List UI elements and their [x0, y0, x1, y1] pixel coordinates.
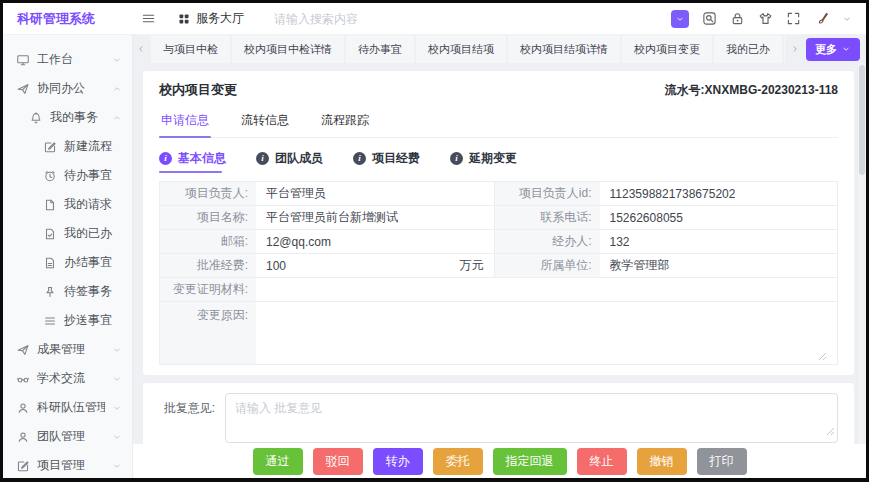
sidebar-item-achievement-mgmt[interactable]: 成果管理 [3, 335, 132, 364]
chevron-up-icon [112, 84, 122, 94]
field-reason-textarea[interactable] [256, 302, 837, 364]
field-agent-value: 132 [600, 230, 838, 253]
chevron-up-icon [112, 113, 122, 123]
field-phone-label: 联系电话: [494, 206, 600, 229]
chevron-down-icon[interactable] [842, 14, 852, 24]
sidebar-item-research-team-mgmt[interactable]: 科研队伍管理 [3, 393, 132, 422]
top-header: 科研管理系统 服务大厅 [3, 3, 866, 35]
reject-button[interactable]: 驳回 [313, 448, 363, 475]
user-icon [16, 401, 30, 415]
chevron-down-icon [112, 374, 122, 384]
shirt-icon[interactable] [758, 11, 773, 26]
action-button-bar: 通过 驳回 转办 委托 指定回退 终止 撤销 打印 [133, 444, 866, 478]
approve-button[interactable]: 通过 [253, 448, 303, 475]
transfer-button[interactable]: 转办 [373, 448, 423, 475]
page-title: 校内项目变更 [159, 81, 237, 99]
hamburger-menu-icon[interactable] [141, 11, 156, 26]
sidebar-item-todo[interactable]: 待办事宜 [3, 161, 132, 190]
approval-opinion-textarea[interactable] [225, 393, 838, 443]
field-department-label: 所属单位: [494, 254, 600, 277]
glasses-icon [16, 372, 30, 386]
tab-item[interactable]: 待办事宜 [346, 35, 414, 63]
edit-icon [43, 140, 57, 154]
rollback-button[interactable]: 指定回退 [493, 448, 567, 475]
field-budget-value: 100万元 [256, 254, 494, 277]
field-evidence-value[interactable] [256, 278, 837, 301]
tabs-scroll-right-icon[interactable] [787, 44, 803, 54]
document-check-icon [43, 227, 57, 241]
scrollbar-thumb[interactable] [859, 65, 865, 175]
sidebar-item-cc[interactable]: 抄送事宜 [3, 306, 132, 335]
tab-item[interactable]: 校内项目结项 [416, 35, 506, 63]
service-hall-label: 服务大厅 [196, 10, 244, 27]
tabs-scroll-left-icon[interactable] [133, 35, 149, 63]
sidebar-item-completed[interactable]: 办结事宜 [3, 248, 132, 277]
edit-icon [16, 459, 30, 473]
tab-application-info[interactable]: 申请信息 [159, 109, 211, 137]
sidebar-item-my-requests[interactable]: 我的请求 [3, 190, 132, 219]
sidebar-item-workbench[interactable]: 工作台 [3, 45, 132, 74]
chevron-down-icon [112, 403, 122, 413]
chevron-down-icon [112, 461, 122, 471]
revoke-button[interactable]: 撤销 [637, 448, 687, 475]
sidebar-item-new-process[interactable]: 新建流程 [3, 132, 132, 161]
fullscreen-icon[interactable] [786, 11, 801, 26]
approval-opinion-label: 批复意见: [153, 393, 215, 443]
field-project-name-value: 平台管理员前台新增测试 [256, 206, 494, 229]
widget-icon[interactable] [671, 10, 689, 28]
vertical-scrollbar[interactable] [857, 63, 866, 444]
sidebar-nav: 工作台 协同办公 我的事务 新建流程 待办事宜 [3, 35, 133, 478]
resize-handle-icon[interactable] [818, 352, 827, 361]
field-leader-id-label: 项目负责人id: [494, 182, 600, 205]
app-logo: 科研管理系统 [3, 10, 133, 28]
field-agent-label: 经办人: [494, 230, 600, 253]
pin-icon [43, 285, 57, 299]
section-team-members[interactable]: 团队成员 [256, 150, 323, 173]
brush-icon[interactable] [814, 11, 829, 26]
sidebar-item-my-affairs[interactable]: 我的事务 [3, 103, 132, 132]
list-icon [43, 314, 57, 328]
sidebar-item-my-done[interactable]: 我的已办 [3, 219, 132, 248]
delegate-button[interactable]: 委托 [433, 448, 483, 475]
field-project-leader-value: 平台管理员 [256, 182, 494, 205]
field-evidence-label: 变更证明材料: [160, 278, 256, 301]
field-project-name-label: 项目名称: [160, 206, 256, 229]
serial-number: 流水号:XNXMBG-20230213-118 [665, 82, 838, 99]
section-delay-change[interactable]: 延期变更 [450, 150, 517, 173]
chevron-down-icon [112, 55, 122, 65]
print-button[interactable]: 打印 [697, 448, 747, 475]
sidebar-item-team-mgmt[interactable]: 团队管理 [3, 422, 132, 451]
user-icon [16, 430, 30, 444]
tab-item[interactable]: 校内项目变更 [622, 35, 712, 63]
search-box-icon[interactable] [702, 11, 717, 26]
tab-process-tracking[interactable]: 流程跟踪 [319, 109, 371, 137]
app-window: 科研管理系统 服务大厅 [3, 3, 866, 478]
field-department-value: 教学管理部 [600, 254, 838, 277]
clock-icon [43, 169, 57, 183]
tab-item[interactable]: 与项目中检 [151, 35, 230, 63]
section-project-funds[interactable]: 项目经费 [353, 150, 420, 173]
tab-item[interactable]: 校内项目中检详情 [232, 35, 344, 63]
main-content: 校内项目变更 流水号:XNXMBG-20230213-118 申请信息 流转信息… [133, 63, 866, 444]
tab-flow-info[interactable]: 流转信息 [239, 109, 291, 137]
approval-card: 批复意见: [143, 383, 854, 444]
sidebar-item-project-mgmt[interactable]: 项目管理 [3, 451, 132, 478]
field-budget-label: 批准经费: [160, 254, 256, 277]
lock-icon[interactable] [730, 11, 745, 26]
service-hall-button[interactable]: 服务大厅 [178, 10, 244, 27]
send-icon [16, 82, 30, 96]
sidebar-item-collab-office[interactable]: 协同办公 [3, 74, 132, 103]
search-input[interactable] [274, 12, 424, 26]
more-tabs-button[interactable]: 更多 [806, 38, 860, 61]
terminate-button[interactable]: 终止 [577, 448, 627, 475]
chevron-down-icon [841, 44, 851, 54]
info-circle-icon [159, 152, 172, 165]
field-reason-label: 变更原因: [160, 302, 256, 364]
info-circle-icon [256, 152, 269, 165]
tab-item[interactable]: 我的已办 [714, 35, 782, 63]
section-nav: 基本信息 团队成员 项目经费 延期变更 [159, 150, 838, 173]
sidebar-item-pending-sign[interactable]: 待签事务 [3, 277, 132, 306]
tab-item[interactable]: 校内项目结项详情 [508, 35, 620, 63]
sidebar-item-academic-exchange[interactable]: 学术交流 [3, 364, 132, 393]
section-basic-info[interactable]: 基本信息 [159, 150, 226, 173]
